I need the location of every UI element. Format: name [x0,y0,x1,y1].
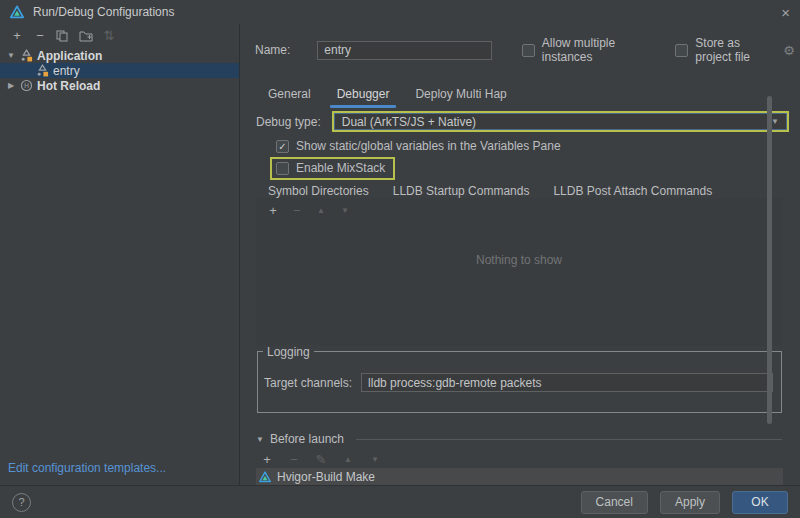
cancel-button[interactable]: Cancel [581,491,648,514]
before-launch-header[interactable]: ▼ Before launch [256,432,782,446]
store-as-project-file-checkbox[interactable] [675,44,688,57]
debug-type-dropdown[interactable]: Dual (ArkTS/JS + Native) ▼ [332,111,789,132]
tree-node-hot-reload[interactable]: ▶ H Hot Reload [0,78,239,93]
dialog-title: Run/Debug Configurations [33,5,174,19]
tree-node-label: entry [53,64,80,78]
configuration-tabs: General Debugger Deploy Multi Hap [255,81,520,108]
tab-deploy-multi-hap[interactable]: Deploy Multi Hap [402,81,519,108]
deveco-logo-icon [10,5,24,19]
configurations-tree: ▼ Application entry ▶ [0,48,239,93]
add-directory-icon[interactable]: + [266,204,280,217]
new-folder-icon[interactable] [79,30,93,42]
enable-mixstack-checkbox[interactable] [276,162,289,175]
before-launch-label: Before launch [270,432,344,446]
logging-legend: Logging [263,345,314,359]
before-launch-task-row[interactable]: Hvigor-Build Make [256,468,783,485]
name-label: Name: [255,43,290,57]
tree-node-application[interactable]: ▼ Application [0,48,239,63]
tab-general[interactable]: General [255,81,324,108]
remove-directory-icon[interactable]: − [290,204,304,217]
chevron-right-icon[interactable]: ▶ [6,81,16,90]
logging-group: Logging Target channels: [257,351,782,413]
target-channels-row: Target channels: [264,373,773,392]
chevron-down-icon[interactable]: ▼ [256,435,264,444]
symbol-directories-list: + − ▲ ▼ Nothing to show [256,198,782,346]
module-icon [20,49,33,62]
dialog-footer: ? Cancel Apply OK [0,485,800,518]
store-as-project-file-option[interactable]: Store as project file [675,36,777,64]
enable-mixstack-option[interactable]: Enable MixStack [270,157,395,180]
allow-multiple-instances-checkbox[interactable] [522,44,535,57]
remove-configuration-icon[interactable]: − [33,29,47,42]
debug-type-value: Dual (ArkTS/JS + Native) [342,115,476,129]
debug-type-row: Debug type: Dual (ArkTS/JS + Native) ▼ [256,111,789,132]
add-task-icon[interactable]: + [260,453,274,466]
show-static-global-label: Show static/global variables in the Vari… [296,139,561,153]
add-configuration-icon[interactable]: + [10,29,24,42]
move-up-icon[interactable]: ▲ [341,453,355,466]
edit-task-icon[interactable]: ✎ [314,453,328,466]
hot-reload-icon: H [20,79,33,92]
store-as-project-file-label: Store as project file [695,36,777,64]
show-static-global-option[interactable]: ✓ Show static/global variables in the Va… [276,139,561,153]
help-button[interactable]: ? [12,493,31,512]
symbol-directories-toolbar: + − ▲ ▼ [256,198,782,221]
divider [356,439,782,440]
move-down-icon[interactable]: ▼ [368,453,382,466]
target-channels-input[interactable] [361,373,773,392]
sort-configurations-icon[interactable]: ⇅ [102,29,116,42]
configuration-editor: Name: Allow multiple instances Store as … [241,24,800,485]
vertical-scrollbar[interactable] [767,96,772,424]
gear-icon[interactable]: ⚙ [783,43,795,58]
show-static-global-checkbox[interactable]: ✓ [276,140,289,153]
empty-list-text: Nothing to show [256,253,782,267]
dropdown-arrow-icon: ▼ [771,117,779,126]
copy-configuration-icon[interactable] [56,30,70,42]
apply-button[interactable]: Apply [660,491,720,514]
chevron-down-icon[interactable]: ▼ [6,51,16,60]
remove-task-icon[interactable]: − [287,453,301,466]
edit-configuration-templates-link[interactable]: Edit configuration templates... [8,461,166,475]
move-up-icon[interactable]: ▲ [314,204,328,217]
hvigor-icon [259,471,271,483]
target-channels-label: Target channels: [264,376,352,390]
move-down-icon[interactable]: ▼ [338,204,352,217]
ok-button[interactable]: OK [732,491,788,514]
allow-multiple-instances-label: Allow multiple instances [542,36,645,64]
tree-node-label: Application [37,49,102,63]
enable-mixstack-label: Enable MixStack [296,161,385,175]
configurations-sidebar: + − ⇅ ▼ Application [0,24,240,485]
dialog-titlebar: Run/Debug Configurations × [0,0,800,24]
svg-text:H: H [24,82,29,89]
tree-node-label: Hot Reload [37,79,100,93]
before-launch-task-label: Hvigor-Build Make [277,470,375,484]
debug-type-label: Debug type: [256,115,321,129]
module-icon [36,64,49,77]
tab-debugger[interactable]: Debugger [324,81,403,108]
tree-node-entry[interactable]: entry [0,63,239,78]
name-input[interactable] [317,41,491,60]
allow-multiple-instances-option[interactable]: Allow multiple instances [522,36,645,64]
close-icon[interactable]: × [781,5,790,20]
sidebar-toolbar: + − ⇅ [0,24,239,46]
name-row: Name: Allow multiple instances Store as … [255,36,795,64]
